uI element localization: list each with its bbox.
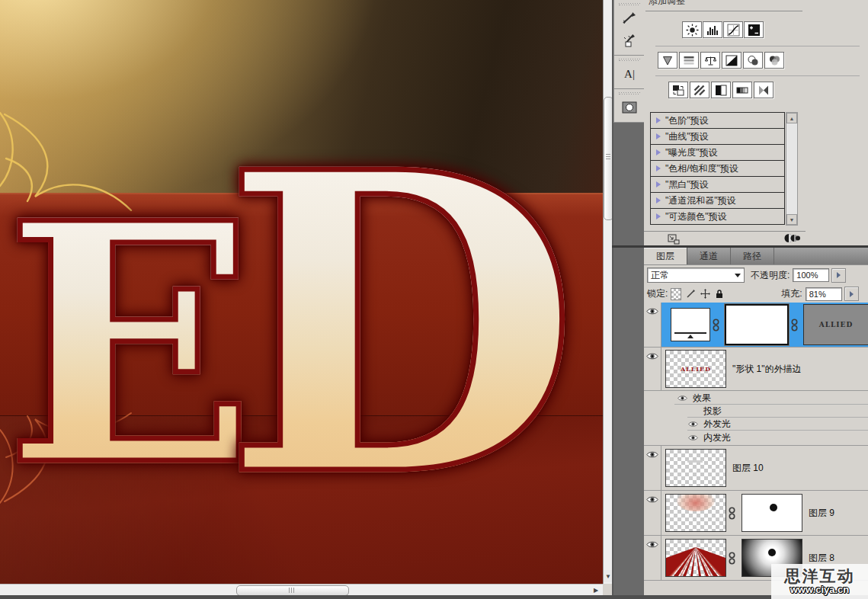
lock-image-pixels-icon[interactable] [685, 289, 696, 300]
hue-saturation-icon[interactable] [679, 52, 699, 69]
preset-row-channel-mixer[interactable]: "通道混和器"预设 [650, 193, 785, 209]
watermark-url: www.ciya.cn [790, 585, 850, 595]
vibrance-icon[interactable] [658, 52, 677, 69]
horizontal-scrollbar-thumb[interactable] [236, 585, 349, 596]
layer-row-9[interactable]: 图层 9 [644, 491, 868, 536]
eye-icon [646, 495, 658, 504]
lock-all-icon[interactable] [714, 289, 725, 300]
blend-mode-dropdown[interactable]: 正常 [647, 267, 745, 283]
lock-label: 锁定: [647, 287, 668, 300]
levels-adjustment-thumbnail[interactable] [671, 308, 710, 341]
scroll-up-arrow-icon[interactable]: ▲ [786, 113, 797, 123]
dock-gripper[interactable] [619, 92, 640, 94]
effect-label: 外发光 [703, 418, 731, 431]
fill-slider-button[interactable] [844, 287, 859, 301]
expand-triangle-icon[interactable] [656, 149, 661, 155]
layers-panel: 图层 通道 路径 正常 不透明度: 100% 锁定: [644, 248, 868, 595]
masks-panel-icon[interactable] [616, 97, 643, 118]
color-balance-icon[interactable] [700, 52, 720, 69]
selective-color-icon[interactable] [754, 82, 774, 98]
expanded-view-icon[interactable] [667, 233, 681, 245]
character-panel-icon[interactable]: A| [616, 63, 643, 85]
levels-icon[interactable] [703, 21, 722, 38]
opacity-input[interactable]: 100% [793, 268, 829, 282]
gradient-map-icon[interactable] [732, 82, 752, 98]
layer-mask-thumbnail[interactable] [741, 494, 802, 532]
expand-triangle-icon[interactable] [656, 197, 661, 203]
chevron-right-icon [837, 272, 841, 278]
effect-row-inner-glow[interactable]: 内发光 [644, 431, 868, 445]
posterize-icon[interactable] [690, 82, 709, 98]
expand-triangle-icon[interactable] [656, 165, 661, 171]
tab-layers[interactable]: 图层 [644, 248, 687, 264]
preset-row-black-white[interactable]: "黑白"预设 [650, 177, 785, 193]
eye-icon[interactable] [687, 434, 699, 441]
canvas-letter-d: D [223, 119, 579, 530]
visibility-cell[interactable] [644, 491, 661, 535]
dock-group-masks [613, 89, 645, 123]
layer-mask-thumbnail-selected[interactable] [725, 304, 789, 345]
layer-row-adjustment[interactable]: ALLIED [644, 303, 868, 348]
layer-row-shape-stroke[interactable]: ALLIED "形状 1"的外描边 [644, 348, 868, 391]
eye-icon [646, 450, 658, 459]
dock-gripper[interactable] [619, 3, 640, 5]
layer-name: 图层 9 [809, 507, 834, 520]
link-icon [729, 552, 735, 565]
lock-transparent-pixels-icon[interactable] [671, 289, 681, 300]
layer-row-10[interactable]: 图层 10 [644, 446, 868, 491]
channel-mixer-icon[interactable] [764, 52, 784, 69]
preset-row-selective-color[interactable]: "可选颜色"预设 [650, 209, 785, 225]
canvas-horizontal-scrollbar[interactable]: ▶ [0, 584, 603, 596]
opacity-slider-button[interactable] [831, 268, 846, 283]
preset-list-scrollbar[interactable]: ▲ ▼ [786, 112, 798, 226]
expand-triangle-icon[interactable] [656, 213, 661, 219]
exposure-icon[interactable] [744, 21, 764, 38]
document-canvas[interactable]: E D [0, 0, 603, 584]
visibility-cell[interactable] [644, 303, 661, 347]
adjustments-panel: 添加调整 [644, 0, 868, 245]
adjustments-panel-title: 添加调整 [649, 0, 685, 8]
fill-input[interactable]: 81% [806, 287, 842, 301]
clip-to-layer-icon[interactable] [783, 233, 800, 243]
visibility-cell[interactable] [644, 348, 661, 390]
eye-icon [646, 307, 658, 316]
preset-row-exposure[interactable]: "曝光度"预设 [650, 145, 785, 161]
expand-triangle-icon[interactable] [656, 181, 661, 187]
preset-row-levels[interactable]: "色阶"预设 [650, 113, 785, 129]
brightness-contrast-icon[interactable] [682, 21, 702, 38]
expand-triangle-icon[interactable] [656, 117, 661, 123]
visibility-cell[interactable] [644, 446, 661, 490]
layer-name: 图层 8 [809, 552, 834, 565]
effect-row-drop-shadow[interactable]: 投影 [644, 405, 868, 418]
dock-gripper[interactable] [619, 59, 640, 61]
tab-paths[interactable]: 路径 [731, 248, 774, 264]
layer-name: 图层 10 [732, 462, 764, 475]
eye-icon[interactable] [687, 421, 699, 428]
curves-icon[interactable] [723, 21, 743, 38]
scroll-down-arrow-icon[interactable]: ▼ [786, 214, 797, 225]
black-white-icon[interactable] [722, 52, 741, 69]
invert-icon[interactable] [668, 82, 688, 98]
scroll-right-arrow-icon[interactable]: ▶ [591, 585, 601, 595]
preset-row-hue-saturation[interactable]: "色相/饱和度"预设 [650, 161, 785, 177]
threshold-icon[interactable] [711, 82, 731, 98]
link-icon [791, 319, 798, 332]
brushes-panel-icon[interactable] [616, 8, 643, 29]
dock-group-character: A| [613, 56, 645, 89]
tab-channels[interactable]: 通道 [687, 248, 731, 264]
effects-header-row[interactable]: 效果 [644, 391, 868, 405]
layer-thumbnail[interactable] [665, 449, 726, 487]
tool-presets-panel-icon[interactable] [616, 30, 643, 51]
layer-thumbnail[interactable] [665, 494, 726, 532]
effect-row-outer-glow[interactable]: 外发光 [644, 418, 868, 431]
eye-icon[interactable] [676, 395, 688, 402]
photo-filter-icon[interactable] [743, 52, 763, 69]
vector-mask-thumbnail[interactable]: ALLIED [803, 304, 868, 345]
layer-thumbnail[interactable]: ALLIED [665, 350, 726, 388]
expand-triangle-icon[interactable] [656, 133, 661, 139]
lock-position-icon[interactable] [700, 289, 710, 300]
visibility-cell[interactable] [644, 536, 661, 580]
preset-row-curves[interactable]: "曲线"预设 [650, 129, 785, 145]
layer-thumbnail[interactable] [665, 539, 726, 577]
photoshop-window: E D ▼ ▶ A| [0, 0, 868, 599]
